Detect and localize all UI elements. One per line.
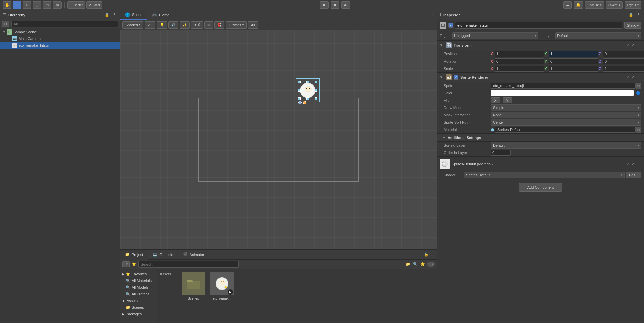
position-x-input[interactable]: [495, 51, 544, 57]
project-more-btn[interactable]: ⋮: [431, 252, 437, 258]
all-materials-item[interactable]: 🔍 All Materials: [120, 277, 157, 284]
go-name-input[interactable]: [455, 22, 622, 29]
pivot-center-btn[interactable]: ⬡ Center: [67, 1, 85, 9]
shader-edit-btn[interactable]: Edit...: [626, 172, 641, 178]
account-btn[interactable]: Account ▾: [585, 1, 604, 9]
transform-component-header[interactable]: ▼ Transform ? ↗ ⋮: [437, 41, 644, 50]
scene-viewport-area[interactable]: [120, 30, 437, 249]
search-filter-btn[interactable]: 🔍: [412, 261, 418, 267]
hierarchy-add-btn[interactable]: +▾: [2, 21, 9, 27]
tab-console[interactable]: 💻 Console: [148, 250, 178, 260]
material-help-btn[interactable]: ?: [626, 161, 629, 167]
all-models-item[interactable]: 🔍 All Models: [120, 284, 157, 291]
tab-project[interactable]: 📁 Project: [120, 250, 148, 260]
material-more-btn[interactable]: ⋮: [636, 161, 641, 167]
pause-button[interactable]: ⏸: [331, 1, 339, 9]
sprite-object-container[interactable]: [298, 80, 318, 100]
inspector-more-btn[interactable]: ⋮: [635, 12, 641, 18]
asset-item-sprite[interactable]: ▶ eto_remak...: [210, 272, 234, 300]
sprite-target-btn[interactable]: ⊙: [635, 83, 641, 89]
inspector-lock-btn[interactable]: 🔒: [628, 12, 634, 18]
color-swatch[interactable]: [491, 90, 634, 96]
handle-r[interactable]: [315, 89, 317, 92]
go-active-checkbox[interactable]: ✓: [448, 23, 453, 28]
layer-select[interactable]: Default: [555, 32, 641, 39]
draw-mode-btn[interactable]: Simple: [491, 104, 641, 111]
asset-play-btn[interactable]: ▶: [228, 289, 233, 295]
sprite-input[interactable]: [491, 83, 635, 89]
transform-tool[interactable]: ⊕: [53, 1, 62, 9]
hierarchy-search-input[interactable]: [11, 21, 118, 27]
additional-settings-header[interactable]: ▼ Additional Settings: [437, 134, 644, 142]
rotation-x-input[interactable]: [495, 58, 544, 64]
sprite-renderer-expand-btn[interactable]: ↗: [631, 74, 635, 80]
tab-game[interactable]: 🎮 Game: [147, 10, 174, 20]
layout-btn[interactable]: Layout ▾: [625, 1, 641, 9]
lighting-btn[interactable]: 💡: [157, 21, 167, 29]
tag-select[interactable]: Untagged: [452, 32, 538, 39]
add-component-btn[interactable]: Add Component: [519, 183, 562, 192]
grid-btn[interactable]: ⊞: [204, 21, 213, 29]
sprite-renderer-more-btn[interactable]: ⋮: [636, 74, 641, 80]
transform-more-btn[interactable]: ⋮: [636, 42, 641, 48]
hand-tool[interactable]: ✋: [3, 1, 11, 9]
position-z-input[interactable]: [603, 51, 644, 57]
snap-btn[interactable]: 🧲: [214, 21, 224, 29]
gizmos-btn[interactable]: Gizmos ▾: [226, 21, 246, 29]
pivot-local-btn[interactable]: ↗ Local: [86, 1, 102, 9]
sprite-renderer-help-btn[interactable]: ?: [626, 74, 629, 80]
project-add-btn[interactable]: +▾: [122, 261, 130, 267]
handle-b[interactable]: [306, 97, 309, 100]
order-in-layer-input[interactable]: [491, 150, 511, 156]
audio-btn[interactable]: 🔊: [168, 21, 178, 29]
hierarchy-item-scene[interactable]: ▼ S SampleScene* ⋮: [0, 29, 120, 35]
rotation-z-input[interactable]: [603, 58, 644, 64]
sprite-renderer-check[interactable]: ✓: [454, 75, 458, 80]
favorites-section[interactable]: ▶ ⭐ Favorites: [120, 271, 157, 277]
play-button[interactable]: ▶: [320, 1, 329, 9]
rect-tool[interactable]: ▭: [43, 1, 51, 9]
scale-tool[interactable]: ⊡: [33, 1, 41, 9]
hierarchy-more-btn[interactable]: ⋮: [111, 12, 117, 18]
project-lock-btn[interactable]: 🔒: [423, 252, 429, 258]
asset-item-scenes[interactable]: Scenes: [182, 272, 205, 300]
handle-tr[interactable]: [315, 81, 317, 83]
transform-help-btn[interactable]: ?: [626, 42, 629, 48]
handle-l[interactable]: [298, 89, 301, 92]
hidden-count-btn[interactable]: 👁 0: [191, 21, 203, 29]
mask-interaction-btn[interactable]: None: [491, 112, 641, 118]
collab-btn[interactable]: ☁: [563, 1, 572, 9]
sprite-sort-btn[interactable]: Center: [491, 119, 641, 126]
flip-y-btn[interactable]: Y: [503, 97, 512, 103]
step-button[interactable]: ⏭: [341, 1, 350, 9]
folder-view-btn[interactable]: 📁: [405, 261, 411, 267]
material-target-btn[interactable]: ⊙: [635, 127, 641, 133]
tab-scene[interactable]: 🌐 Scene: [120, 10, 147, 20]
fx-btn[interactable]: ✨: [180, 21, 190, 29]
scale-y-input[interactable]: [549, 66, 598, 72]
services-btn[interactable]: 🔔: [574, 1, 583, 9]
color-pipette-btn[interactable]: 🔵: [635, 90, 641, 96]
move-tool[interactable]: ✛: [13, 1, 21, 9]
sorting-layer-btn[interactable]: Default: [491, 142, 641, 149]
rotation-y-input[interactable]: [549, 58, 598, 64]
handle-br[interactable]: [315, 97, 317, 100]
project-search-input[interactable]: [138, 261, 239, 268]
scale-x-input[interactable]: [495, 66, 544, 72]
scale-z-input[interactable]: [603, 66, 644, 72]
transform-expand-btn[interactable]: ↗: [631, 42, 635, 48]
static-btn[interactable]: Static ▾: [624, 22, 641, 29]
hierarchy-item-sprite[interactable]: GO eto_remake_hitsuji: [0, 42, 120, 49]
sprite-renderer-header[interactable]: ▼ ✓ Sprite Renderer ? ↗ ⋮: [437, 73, 644, 82]
material-input[interactable]: [495, 127, 635, 133]
tab-animator[interactable]: 🎬 Animator: [178, 250, 209, 260]
hierarchy-lock-btn[interactable]: 🔒: [104, 12, 110, 18]
project-favorites-btn[interactable]: ⭐: [131, 261, 137, 267]
shading-mode-btn[interactable]: Shaded ▾: [122, 21, 143, 29]
handle-t[interactable]: [306, 81, 309, 83]
assets-section[interactable]: ▼ Assets: [120, 297, 157, 304]
flip-x-btn[interactable]: X: [491, 97, 500, 103]
favorites-star-btn[interactable]: ⭐: [420, 261, 426, 267]
search-scene-btn[interactable]: All: [248, 21, 258, 29]
hierarchy-item-camera[interactable]: 📷 Main Camera: [0, 35, 120, 42]
